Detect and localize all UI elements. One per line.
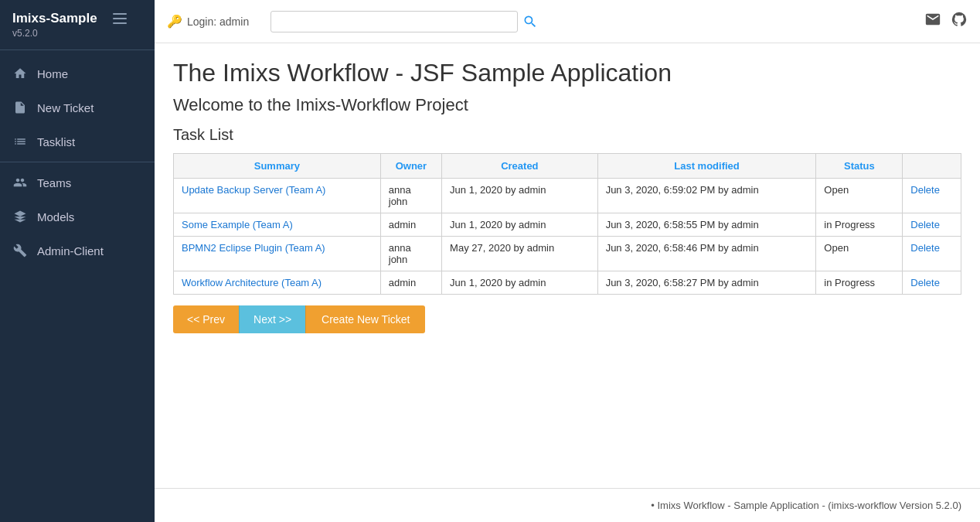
sidebar-title: Imixs-Sample (12, 11, 97, 26)
key-icon: 🔑 (167, 14, 182, 29)
sidebar-header: Imixs-Sample v5.2.0 (0, 0, 155, 43)
search-bar (271, 11, 903, 32)
cell-summary: BPMN2 Eclipse Plugin (Team A) (174, 237, 381, 271)
sidebar-version: v5.2.0 (12, 28, 142, 39)
cell-created: Jun 1, 2020 by admin (442, 213, 598, 237)
section-title: Task List (173, 126, 961, 144)
search-button[interactable] (522, 14, 538, 29)
page-subtitle: Welcome to the Imixs-Workflow Project (173, 95, 961, 115)
cube-icon (12, 209, 28, 224)
create-ticket-button[interactable]: Create New Ticket (305, 305, 425, 333)
sidebar-divider2 (0, 162, 155, 162)
cell-created: Jun 1, 2020 by admin (442, 179, 598, 213)
task-link[interactable]: Some Example (Team A) (182, 219, 293, 230)
sidebar: Imixs-Sample v5.2.0 Home New Ticket Task… (0, 0, 155, 522)
col-status: Status (816, 154, 903, 179)
cell-created: Jun 1, 2020 by admin (442, 271, 598, 295)
sidebar-item-new-ticket[interactable]: New Ticket (0, 90, 155, 125)
cell-summary: Some Example (Team A) (174, 213, 381, 237)
cell-owner: anna john (380, 179, 441, 213)
cell-status: in Progress (816, 213, 903, 237)
main-area: 🔑 Login: admin The Imixs Workflow - JSF … (155, 0, 980, 522)
envelope-icon[interactable] (924, 11, 941, 32)
cell-last-modified: Jun 3, 2020, 6:58:46 PM by admin (597, 237, 816, 271)
cell-last-modified: Jun 3, 2020, 6:59:02 PM by admin (597, 179, 816, 213)
cell-last-modified: Jun 3, 2020, 6:58:55 PM by admin (597, 213, 816, 237)
cell-owner: anna john (380, 237, 441, 271)
page-title: The Imixs Workflow - JSF Sample Applicat… (173, 59, 961, 87)
github-icon[interactable] (951, 11, 968, 32)
content-area: The Imixs Workflow - JSF Sample Applicat… (155, 43, 980, 488)
hamburger-icon[interactable] (113, 13, 127, 24)
sidebar-item-models[interactable]: Models (0, 200, 155, 234)
delete-link[interactable]: Delete (910, 277, 940, 288)
list-icon (12, 134, 28, 149)
footer-text: • Imixs Workflow - Sample Application - … (651, 500, 961, 511)
table-row: Update Backup Server (Team A)anna johnJu… (174, 179, 961, 213)
home-icon (12, 66, 28, 81)
table-row: Some Example (Team A)adminJun 1, 2020 by… (174, 213, 961, 237)
cell-action: Delete (903, 213, 961, 237)
task-table-body: Update Backup Server (Team A)anna johnJu… (174, 179, 961, 295)
table-row: BPMN2 Eclipse Plugin (Team A)anna johnMa… (174, 237, 961, 271)
table-header-row: Summary Owner Created Last modified Stat… (174, 154, 961, 179)
login-label: Login: admin (187, 15, 249, 28)
sidebar-item-teams[interactable]: Teams (0, 165, 155, 200)
sidebar-item-teams-label: Teams (37, 176, 71, 189)
task-table: Summary Owner Created Last modified Stat… (173, 153, 961, 295)
sidebar-item-tasklist[interactable]: Tasklist (0, 125, 155, 159)
cell-owner: admin (380, 213, 441, 237)
sidebar-item-tasklist-label: Tasklist (37, 135, 75, 148)
cell-created: May 27, 2020 by admin (442, 237, 598, 271)
delete-link[interactable]: Delete (910, 219, 940, 230)
col-owner: Owner (380, 154, 441, 179)
sidebar-item-admin-client-label: Admin-Client (37, 244, 104, 258)
col-action (903, 154, 961, 179)
cell-action: Delete (903, 237, 961, 271)
cell-owner: admin (380, 271, 441, 295)
wrench-icon (12, 243, 28, 258)
topbar-icons (924, 11, 968, 32)
file-icon (12, 100, 28, 115)
cell-last-modified: Jun 3, 2020, 6:58:27 PM by admin (597, 271, 816, 295)
sidebar-item-new-ticket-label: New Ticket (37, 101, 94, 114)
prev-button[interactable]: << Prev (173, 305, 239, 333)
people-icon (12, 175, 28, 190)
pagination: << Prev Next >> Create New Ticket (173, 305, 961, 333)
task-link[interactable]: BPMN2 Eclipse Plugin (Team A) (182, 242, 325, 254)
cell-action: Delete (903, 271, 961, 295)
next-button[interactable]: Next >> (239, 305, 305, 333)
cell-summary: Workflow Architecture (Team A) (174, 271, 381, 295)
table-row: Workflow Architecture (Team A)adminJun 1… (174, 271, 961, 295)
login-info: 🔑 Login: admin (167, 14, 249, 29)
topbar: 🔑 Login: admin (155, 0, 980, 43)
search-input[interactable] (271, 11, 518, 32)
delete-link[interactable]: Delete (910, 184, 940, 196)
sidebar-item-models-label: Models (37, 210, 74, 223)
sidebar-item-home[interactable]: Home (0, 56, 155, 90)
sidebar-item-admin-client[interactable]: Admin-Client (0, 234, 155, 268)
task-link[interactable]: Update Backup Server (Team A) (182, 184, 325, 196)
col-summary: Summary (174, 154, 381, 179)
sidebar-item-home-label: Home (37, 67, 68, 80)
cell-action: Delete (903, 179, 961, 213)
footer: • Imixs Workflow - Sample Application - … (155, 488, 980, 522)
cell-status: Open (816, 237, 903, 271)
cell-summary: Update Backup Server (Team A) (174, 179, 381, 213)
sidebar-divider (0, 49, 155, 50)
col-created: Created (442, 154, 598, 179)
delete-link[interactable]: Delete (910, 242, 940, 254)
cell-status: in Progress (816, 271, 903, 295)
cell-status: Open (816, 179, 903, 213)
task-link[interactable]: Workflow Architecture (Team A) (182, 277, 322, 288)
col-last-modified: Last modified (597, 154, 816, 179)
